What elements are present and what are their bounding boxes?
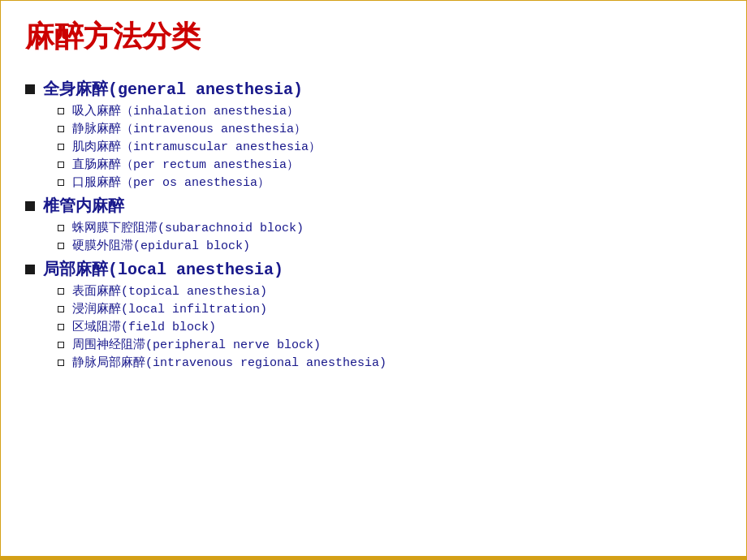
sub-label: 吸入麻醉（inhalation anesthesia） [72, 103, 299, 118]
subsection-list-local: 表面麻醉(topical anesthesia)浸润麻醉(local infil… [25, 283, 722, 370]
sub-bullet [58, 225, 64, 231]
section-header-general: 全身麻醉(general anesthesia) [25, 78, 722, 100]
section-general: 全身麻醉(general anesthesia)吸入麻醉（inhalation … [25, 78, 722, 190]
subsection-list-spinal: 蛛网膜下腔阻滞(subarachnoid block)硬膜外阻滞(epidura… [25, 220, 722, 253]
section-label-spinal: 椎管内麻醉 [43, 195, 124, 217]
list-item: 硬膜外阻滞(epidural block) [58, 238, 722, 253]
list-item: 肌肉麻醉（intramuscular anesthesia） [58, 139, 722, 154]
sub-label: 硬膜外阻滞(epidural block) [72, 238, 250, 253]
section-bullet [25, 265, 35, 274]
subsection-list-general: 吸入麻醉（inhalation anesthesia）静脉麻醉（intraven… [25, 103, 722, 190]
sub-bullet [58, 342, 64, 348]
sub-bullet [58, 179, 64, 186]
sub-label: 浸润麻醉(local infiltration) [72, 301, 267, 317]
sub-bullet [58, 126, 64, 132]
sub-label: 表面麻醉(topical anesthesia) [72, 283, 267, 299]
sub-label: 周围神经阻滞(peripheral nerve block) [72, 337, 321, 352]
sub-bullet [58, 144, 64, 150]
list-item: 吸入麻醉（inhalation anesthesia） [58, 103, 722, 118]
slide-container: 麻醉方法分类 全身麻醉(general anesthesia)吸入麻醉（inha… [0, 0, 747, 560]
list-item: 蛛网膜下腔阻滞(subarachnoid block) [58, 220, 722, 235]
list-item: 直肠麻醉（per rectum anesthesia） [58, 157, 722, 172]
sub-bullet [58, 306, 64, 312]
list-item: 浸润麻醉(local infiltration) [58, 301, 722, 317]
sub-bullet [58, 360, 64, 366]
sub-label: 肌肉麻醉（intramuscular anesthesia） [72, 139, 321, 154]
list-item: 静脉麻醉（intravenous anesthesia） [58, 121, 722, 136]
sub-label: 静脉局部麻醉(intravenous regional anesthesia) [72, 355, 386, 370]
list-item: 口服麻醉（per os anesthesia） [58, 174, 722, 190]
sub-bullet [58, 243, 64, 249]
bottom-border [1, 556, 746, 559]
sub-label: 区域阻滞(field block) [72, 319, 216, 334]
list-item: 静脉局部麻醉(intravenous regional anesthesia) [58, 355, 722, 370]
list-item: 表面麻醉(topical anesthesia) [58, 283, 722, 299]
section-local: 局部麻醉(local anesthesia)表面麻醉(topical anest… [25, 258, 722, 370]
sub-label: 口服麻醉（per os anesthesia） [72, 174, 270, 190]
page-title: 麻醉方法分类 [25, 17, 722, 63]
sub-bullet [58, 162, 64, 168]
sub-label: 静脉麻醉（intravenous anesthesia） [72, 121, 306, 136]
section-spinal: 椎管内麻醉蛛网膜下腔阻滞(subarachnoid block)硬膜外阻滞(ep… [25, 195, 722, 253]
sub-label: 蛛网膜下腔阻滞(subarachnoid block) [72, 220, 304, 235]
list-item: 周围神经阻滞(peripheral nerve block) [58, 337, 722, 352]
sub-bullet [58, 288, 64, 295]
sub-bullet [58, 324, 64, 330]
section-label-general: 全身麻醉(general anesthesia) [43, 78, 303, 100]
sub-bullet [58, 108, 64, 114]
section-label-local: 局部麻醉(local anesthesia) [43, 258, 283, 280]
section-bullet [25, 84, 35, 94]
list-item: 区域阻滞(field block) [58, 319, 722, 334]
section-bullet [25, 201, 35, 211]
main-list: 全身麻醉(general anesthesia)吸入麻醉（inhalation … [25, 78, 722, 370]
section-header-spinal: 椎管内麻醉 [25, 195, 722, 217]
section-header-local: 局部麻醉(local anesthesia) [25, 258, 722, 280]
sub-label: 直肠麻醉（per rectum anesthesia） [72, 157, 299, 172]
